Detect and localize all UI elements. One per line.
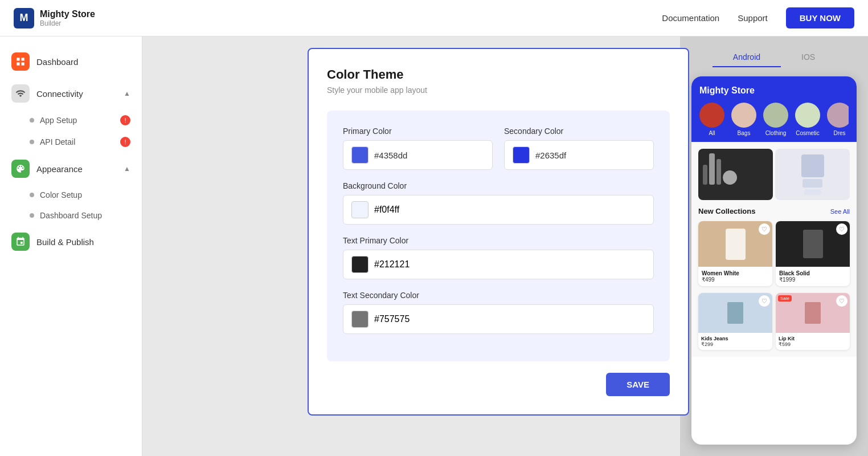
phone-store-name: Mighty Store xyxy=(699,85,849,96)
black-solid-name: Black Solid xyxy=(779,270,846,276)
phone-body: New Collections See All ♡ Women White xyxy=(691,142,857,357)
logo-icon: M xyxy=(14,8,34,28)
connectivity-icon xyxy=(11,84,30,103)
nav-support[interactable]: Support xyxy=(738,13,768,23)
phone-frame: Mighty Store All Bags Clothing xyxy=(691,76,857,445)
sidebar-item-app-setup[interactable]: App Setup ! xyxy=(30,109,142,131)
see-all-link[interactable]: See All xyxy=(830,208,850,215)
primary-secondary-row: Primary Color #4358dd Secondary Color #2… xyxy=(343,127,654,170)
sale-badge: Sale xyxy=(778,295,792,302)
app-name: Mighty Store xyxy=(40,9,95,19)
header-nav: Documentation Support BUY NOW xyxy=(662,7,854,28)
cat-clothing-circle xyxy=(763,103,788,128)
text-secondary-label: Text Secondary Color xyxy=(343,291,654,300)
product-women-white-info: Women White ₹499 xyxy=(698,267,772,286)
svg-rect-2 xyxy=(17,63,19,66)
cat-cosmetic: Cosmetic xyxy=(795,103,820,136)
secondary-color-value: #2635df xyxy=(535,150,566,160)
main-layout: Dashboard Connectivity ▲ App Setup ! API… xyxy=(0,36,868,456)
sidebar-label-color-setup: Color Setup xyxy=(40,190,82,199)
featured-products-row: ♡ Women White ₹499 ♡ xyxy=(698,221,850,286)
cat-clothing: Clothing xyxy=(763,103,788,136)
appearance-subitems: Color Setup Dashboard Setup xyxy=(0,185,142,226)
sidebar-item-dashboard-setup[interactable]: Dashboard Setup xyxy=(30,205,142,226)
preview-tabs: Android IOS xyxy=(713,48,836,67)
phone-categories: All Bags Clothing Cosmetic xyxy=(699,103,849,136)
content-area: Color Theme Style your mobile app layout… xyxy=(142,36,868,456)
kids-jeans-heart[interactable]: ♡ xyxy=(759,295,770,307)
bg-color-input[interactable]: #f0f4ff xyxy=(343,195,654,225)
text-secondary-swatch[interactable] xyxy=(351,311,369,328)
sidebar-label-appearance: Appearance xyxy=(36,164,83,174)
text-primary-input[interactable]: #212121 xyxy=(343,250,654,279)
primary-color-swatch[interactable] xyxy=(351,146,369,164)
women-white-heart[interactable]: ♡ xyxy=(759,223,770,235)
nav-docs[interactable]: Documentation xyxy=(662,13,719,23)
sidebar-item-build-publish[interactable]: Build & Publish xyxy=(0,226,142,258)
bottle-group xyxy=(698,149,773,189)
api-detail-badge: ! xyxy=(120,137,130,147)
panel-subtitle: Style your mobile app layout xyxy=(327,85,670,95)
cat-clothing-label: Clothing xyxy=(765,130,787,136)
product-lip-kit[interactable]: Sale Lip Kit ₹599 ♡ xyxy=(776,293,850,350)
appearance-icon xyxy=(11,160,30,178)
sidebar-label-dashboard: Dashboard xyxy=(36,57,78,67)
text-primary-label: Text Primary Color xyxy=(343,236,654,245)
black-solid-price: ₹1999 xyxy=(779,276,846,283)
app-setup-dot xyxy=(30,118,34,123)
banner-right xyxy=(775,149,850,200)
connectivity-subitems: App Setup ! API Detail ! xyxy=(0,109,142,153)
sidebar-item-color-setup[interactable]: Color Setup xyxy=(30,185,142,205)
phone-header: Mighty Store All Bags Clothing xyxy=(691,76,857,142)
product-kids-jeans[interactable]: Kids Jeans ₹299 ♡ xyxy=(698,293,772,350)
app-sub: Builder xyxy=(40,19,95,27)
sidebar-item-api-detail[interactable]: API Detail ! xyxy=(30,131,142,153)
tab-ios[interactable]: IOS xyxy=(781,48,836,67)
logo-text: Mighty Store Builder xyxy=(40,9,95,27)
product-black-solid-img: ♡ xyxy=(776,221,850,267)
bg-color-field: Background Color #f0f4ff xyxy=(343,181,654,225)
svg-rect-0 xyxy=(17,58,19,60)
color-theme-panel: Color Theme Style your mobile app layout… xyxy=(308,48,689,416)
kids-jeans-info: Kids Jeans ₹299 xyxy=(698,333,772,350)
panel-title: Color Theme xyxy=(327,67,670,82)
bottom-products-row: Kids Jeans ₹299 ♡ Sale xyxy=(698,293,850,350)
sidebar-item-dashboard[interactable]: Dashboard xyxy=(0,46,142,78)
text-primary-swatch[interactable] xyxy=(351,256,369,273)
cat-dress-label: Dres xyxy=(833,130,845,136)
sidebar-item-connectivity[interactable]: Connectivity ▲ xyxy=(0,78,142,109)
cat-bags: Bags xyxy=(731,103,756,136)
product-women-white[interactable]: ♡ Women White ₹499 xyxy=(698,221,772,286)
bg-color-swatch[interactable] xyxy=(351,201,369,218)
cat-all-label: All xyxy=(709,130,715,136)
buy-now-button[interactable]: BUY NOW xyxy=(786,7,854,28)
color-grid: Primary Color #4358dd Secondary Color #2… xyxy=(327,111,670,361)
connectivity-chevron: ▲ xyxy=(124,89,130,97)
logo: M Mighty Store Builder xyxy=(14,8,95,28)
sidebar-label-connectivity: Connectivity xyxy=(36,89,83,99)
text-secondary-value: #757575 xyxy=(374,314,410,324)
secondary-color-field: Secondary Color #2635df xyxy=(504,127,654,170)
primary-color-value: #4358dd xyxy=(374,150,407,160)
product-black-solid-info: Black Solid ₹1999 xyxy=(776,267,850,286)
primary-color-label: Primary Color xyxy=(343,127,493,136)
secondary-color-swatch[interactable] xyxy=(513,146,530,164)
product-black-solid[interactable]: ♡ Black Solid ₹1999 xyxy=(776,221,850,286)
api-detail-dot xyxy=(30,140,34,144)
primary-color-input[interactable]: #4358dd xyxy=(343,140,493,170)
lip-kit-heart[interactable]: ♡ xyxy=(836,295,847,307)
banners-strip xyxy=(698,149,850,200)
text-secondary-input[interactable]: #757575 xyxy=(343,304,654,334)
text-primary-value: #212121 xyxy=(374,259,410,270)
new-collections-title: New Collections xyxy=(698,207,755,215)
save-button[interactable]: SAVE xyxy=(606,373,670,396)
tab-android[interactable]: Android xyxy=(713,48,781,67)
sidebar-item-appearance[interactable]: Appearance ▲ xyxy=(0,153,142,185)
secondary-color-input[interactable]: #2635df xyxy=(504,140,654,170)
svg-rect-1 xyxy=(22,58,24,60)
black-solid-heart[interactable]: ♡ xyxy=(836,223,847,235)
cat-all-circle xyxy=(699,103,724,128)
cat-cosmetic-label: Cosmetic xyxy=(796,130,820,136)
lip-kit-price: ₹599 xyxy=(779,341,847,347)
text-primary-field: Text Primary Color #212121 xyxy=(343,236,654,279)
